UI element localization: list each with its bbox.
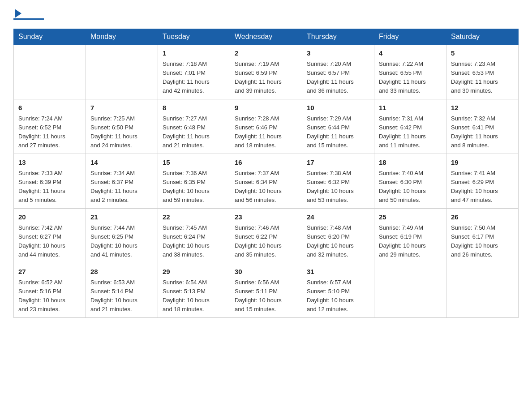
day-info: Sunrise: 7:49 AM Sunset: 6:19 PM Dayligh…: [379, 223, 442, 260]
calendar-cell: 4Sunrise: 7:22 AM Sunset: 6:55 PM Daylig…: [374, 45, 446, 99]
calendar-cell: 5Sunrise: 7:23 AM Sunset: 6:53 PM Daylig…: [446, 45, 519, 99]
day-number: 13: [18, 158, 81, 168]
calendar-cell: 6Sunrise: 7:24 AM Sunset: 6:52 PM Daylig…: [14, 99, 86, 154]
calendar-cell: 27Sunrise: 6:52 AM Sunset: 5:16 PM Dayli…: [14, 263, 86, 318]
calendar-week-row: 20Sunrise: 7:42 AM Sunset: 6:27 PM Dayli…: [14, 209, 519, 263]
day-info: Sunrise: 7:46 AM Sunset: 6:22 PM Dayligh…: [235, 223, 297, 260]
day-info: Sunrise: 7:25 AM Sunset: 6:50 PM Dayligh…: [90, 114, 153, 150]
day-info: Sunrise: 7:22 AM Sunset: 6:55 PM Dayligh…: [379, 60, 442, 96]
calendar-cell: [86, 45, 158, 99]
day-info: Sunrise: 7:45 AM Sunset: 6:24 PM Dayligh…: [163, 223, 225, 260]
day-number: 4: [379, 48, 442, 59]
calendar-cell: 25Sunrise: 7:49 AM Sunset: 6:19 PM Dayli…: [374, 209, 446, 263]
weekday-header-tuesday: Tuesday: [158, 29, 230, 45]
day-info: Sunrise: 7:27 AM Sunset: 6:48 PM Dayligh…: [163, 114, 225, 150]
calendar-cell: 20Sunrise: 7:42 AM Sunset: 6:27 PM Dayli…: [14, 209, 86, 263]
calendar-cell: 28Sunrise: 6:53 AM Sunset: 5:14 PM Dayli…: [86, 263, 158, 318]
calendar-cell: 1Sunrise: 7:18 AM Sunset: 7:01 PM Daylig…: [158, 45, 230, 99]
calendar-week-row: 1Sunrise: 7:18 AM Sunset: 7:01 PM Daylig…: [14, 45, 519, 99]
day-info: Sunrise: 6:53 AM Sunset: 5:14 PM Dayligh…: [90, 278, 153, 314]
calendar-week-row: 27Sunrise: 6:52 AM Sunset: 5:16 PM Dayli…: [14, 263, 519, 318]
calendar-cell: [446, 263, 519, 318]
calendar-week-row: 6Sunrise: 7:24 AM Sunset: 6:52 PM Daylig…: [14, 99, 519, 154]
day-number: 2: [235, 48, 297, 59]
day-number: 20: [18, 212, 81, 223]
calendar-cell: 29Sunrise: 6:54 AM Sunset: 5:13 PM Dayli…: [158, 263, 230, 318]
day-info: Sunrise: 7:24 AM Sunset: 6:52 PM Dayligh…: [18, 114, 81, 150]
day-number: 26: [451, 212, 514, 223]
day-number: 14: [90, 158, 153, 168]
day-info: Sunrise: 7:42 AM Sunset: 6:27 PM Dayligh…: [18, 223, 81, 260]
calendar-cell: 13Sunrise: 7:33 AM Sunset: 6:39 PM Dayli…: [14, 154, 86, 209]
calendar-cell: 17Sunrise: 7:38 AM Sunset: 6:32 PM Dayli…: [302, 154, 374, 209]
day-number: 21: [90, 212, 153, 223]
day-info: Sunrise: 7:33 AM Sunset: 6:39 PM Dayligh…: [18, 169, 81, 205]
calendar-cell: 8Sunrise: 7:27 AM Sunset: 6:48 PM Daylig…: [158, 99, 230, 154]
day-number: 30: [235, 267, 297, 277]
calendar-cell: 30Sunrise: 6:56 AM Sunset: 5:11 PM Dayli…: [230, 263, 302, 318]
calendar-week-row: 13Sunrise: 7:33 AM Sunset: 6:39 PM Dayli…: [14, 154, 519, 209]
day-info: Sunrise: 7:38 AM Sunset: 6:32 PM Dayligh…: [307, 169, 369, 205]
day-info: Sunrise: 7:50 AM Sunset: 6:17 PM Dayligh…: [451, 223, 514, 260]
weekday-header-thursday: Thursday: [302, 29, 374, 45]
calendar-cell: 12Sunrise: 7:32 AM Sunset: 6:41 PM Dayli…: [446, 99, 519, 154]
day-number: 7: [90, 103, 153, 113]
day-info: Sunrise: 7:41 AM Sunset: 6:29 PM Dayligh…: [451, 169, 514, 205]
day-info: Sunrise: 7:44 AM Sunset: 6:25 PM Dayligh…: [90, 223, 153, 260]
day-number: 23: [235, 212, 297, 223]
calendar-cell: 24Sunrise: 7:48 AM Sunset: 6:20 PM Dayli…: [302, 209, 374, 263]
calendar-cell: 31Sunrise: 6:57 AM Sunset: 5:10 PM Dayli…: [302, 263, 374, 318]
day-number: 5: [451, 48, 514, 59]
calendar-cell: [374, 263, 446, 318]
day-info: Sunrise: 7:40 AM Sunset: 6:30 PM Dayligh…: [379, 169, 442, 205]
day-number: 22: [163, 212, 225, 223]
day-info: Sunrise: 7:29 AM Sunset: 6:44 PM Dayligh…: [307, 114, 369, 150]
calendar-cell: 11Sunrise: 7:31 AM Sunset: 6:42 PM Dayli…: [374, 99, 446, 154]
weekday-header-friday: Friday: [374, 29, 446, 45]
day-info: Sunrise: 6:54 AM Sunset: 5:13 PM Dayligh…: [163, 278, 225, 314]
calendar-cell: 26Sunrise: 7:50 AM Sunset: 6:17 PM Dayli…: [446, 209, 519, 263]
day-number: 17: [307, 158, 369, 168]
calendar-header-row: SundayMondayTuesdayWednesdayThursdayFrid…: [14, 29, 519, 45]
day-number: 28: [90, 267, 153, 277]
calendar-cell: 15Sunrise: 7:36 AM Sunset: 6:35 PM Dayli…: [158, 154, 230, 209]
calendar-cell: 7Sunrise: 7:25 AM Sunset: 6:50 PM Daylig…: [86, 99, 158, 154]
page-header: [13, 9, 519, 20]
day-number: 12: [451, 103, 514, 113]
calendar-cell: 16Sunrise: 7:37 AM Sunset: 6:34 PM Dayli…: [230, 154, 302, 209]
calendar-cell: 2Sunrise: 7:19 AM Sunset: 6:59 PM Daylig…: [230, 45, 302, 99]
calendar-cell: 3Sunrise: 7:20 AM Sunset: 6:57 PM Daylig…: [302, 45, 374, 99]
day-number: 1: [163, 48, 225, 59]
day-info: Sunrise: 7:19 AM Sunset: 6:59 PM Dayligh…: [235, 60, 297, 96]
calendar-cell: 22Sunrise: 7:45 AM Sunset: 6:24 PM Dayli…: [158, 209, 230, 263]
day-info: Sunrise: 7:48 AM Sunset: 6:20 PM Dayligh…: [307, 223, 369, 260]
day-info: Sunrise: 6:57 AM Sunset: 5:10 PM Dayligh…: [307, 278, 369, 314]
weekday-header-wednesday: Wednesday: [230, 29, 302, 45]
calendar-cell: 14Sunrise: 7:34 AM Sunset: 6:37 PM Dayli…: [86, 154, 158, 209]
weekday-header-monday: Monday: [86, 29, 158, 45]
weekday-header-saturday: Saturday: [446, 29, 519, 45]
day-info: Sunrise: 7:36 AM Sunset: 6:35 PM Dayligh…: [163, 169, 225, 205]
logo: [13, 9, 45, 20]
day-number: 18: [379, 158, 442, 168]
day-info: Sunrise: 7:34 AM Sunset: 6:37 PM Dayligh…: [90, 169, 153, 205]
calendar-cell: 18Sunrise: 7:40 AM Sunset: 6:30 PM Dayli…: [374, 154, 446, 209]
calendar-table: SundayMondayTuesdayWednesdayThursdayFrid…: [13, 29, 519, 318]
day-number: 8: [163, 103, 225, 113]
day-info: Sunrise: 6:56 AM Sunset: 5:11 PM Dayligh…: [235, 278, 297, 314]
day-info: Sunrise: 7:23 AM Sunset: 6:53 PM Dayligh…: [451, 60, 514, 96]
day-number: 25: [379, 212, 442, 223]
day-info: Sunrise: 7:20 AM Sunset: 6:57 PM Dayligh…: [307, 60, 369, 96]
calendar-cell: 23Sunrise: 7:46 AM Sunset: 6:22 PM Dayli…: [230, 209, 302, 263]
day-info: Sunrise: 7:31 AM Sunset: 6:42 PM Dayligh…: [379, 114, 442, 150]
day-info: Sunrise: 7:18 AM Sunset: 7:01 PM Dayligh…: [163, 60, 225, 96]
logo-underline: [13, 18, 44, 20]
day-number: 6: [18, 103, 81, 113]
day-info: Sunrise: 7:37 AM Sunset: 6:34 PM Dayligh…: [235, 169, 297, 205]
day-number: 11: [379, 103, 442, 113]
weekday-header-sunday: Sunday: [14, 29, 86, 45]
day-number: 29: [163, 267, 225, 277]
day-info: Sunrise: 7:28 AM Sunset: 6:46 PM Dayligh…: [235, 114, 297, 150]
calendar-cell: 9Sunrise: 7:28 AM Sunset: 6:46 PM Daylig…: [230, 99, 302, 154]
day-number: 16: [235, 158, 297, 168]
